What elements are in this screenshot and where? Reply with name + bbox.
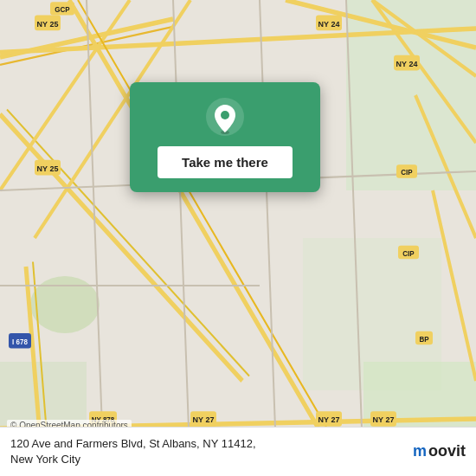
svg-text:I 678: I 678 xyxy=(12,338,28,346)
svg-point-57 xyxy=(221,111,229,119)
location-pin-icon xyxy=(206,98,244,136)
svg-text:NY 27: NY 27 xyxy=(318,415,340,425)
svg-text:CIP: CIP xyxy=(402,249,415,258)
svg-text:NY 25: NY 25 xyxy=(37,18,59,29)
map-roads: NY 25 GCP NY 25 NY 24 NY 24 CIP CIP BP N… xyxy=(0,0,476,476)
moovit-logo: moovit xyxy=(413,442,466,460)
bottom-bar: 120 Ave and Farmers Blvd, St Albans, NY … xyxy=(0,427,476,476)
svg-line-26 xyxy=(173,0,190,476)
svg-text:BP: BP xyxy=(419,335,428,344)
svg-text:NY 24: NY 24 xyxy=(318,18,341,29)
svg-line-12 xyxy=(0,0,130,190)
map-container: NY 25 GCP NY 25 NY 24 NY 24 CIP CIP BP N… xyxy=(0,0,476,476)
svg-text:NY 27: NY 27 xyxy=(193,415,215,425)
svg-text:GCP: GCP xyxy=(55,5,70,14)
address-text: 120 Ave and Farmers Blvd, St Albans, NY … xyxy=(10,436,404,467)
take-me-there-button[interactable]: Take me there xyxy=(158,146,293,178)
moovit-m: m xyxy=(413,442,427,460)
svg-line-27 xyxy=(260,0,277,476)
svg-text:NY 24: NY 24 xyxy=(396,59,419,69)
svg-text:NY 25: NY 25 xyxy=(37,164,59,174)
svg-text:NY 27: NY 27 xyxy=(373,415,395,425)
moovit-oovit: oovit xyxy=(428,442,466,460)
take-me-there-card: Take me there xyxy=(130,82,320,192)
svg-text:CIP: CIP xyxy=(401,168,413,177)
svg-line-25 xyxy=(87,0,104,476)
